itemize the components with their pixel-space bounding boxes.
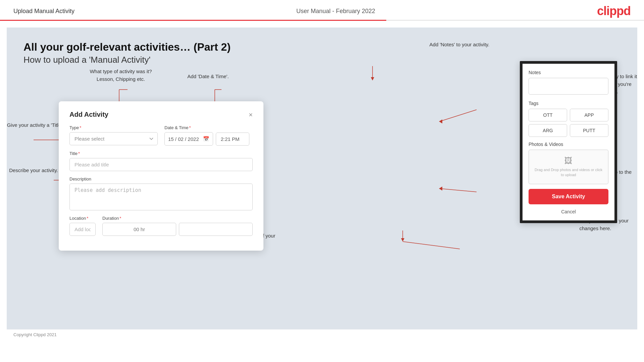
location-duration-row: Location* Duration* — [69, 216, 253, 236]
tag-app[interactable]: APP — [570, 109, 608, 121]
annotation-title: Give your activity a 'Title'. — [7, 121, 64, 129]
svg-line-21 — [440, 189, 477, 192]
notes-section-label: Notes — [529, 70, 608, 75]
cancel-button[interactable]: Cancel — [529, 208, 608, 216]
modal-close-button[interactable]: × — [249, 111, 253, 118]
save-activity-button[interactable]: Save Activity — [529, 189, 608, 204]
date-input[interactable]: 15 / 02 / 2022 📅 — [164, 132, 213, 146]
svg-marker-20 — [439, 119, 442, 123]
copyright-text: Copyright Clippd 2021 — [13, 332, 57, 337]
duration-inputs — [102, 223, 253, 236]
annotation-date: Add 'Date & Time'. — [175, 73, 242, 81]
type-label: Type* — [69, 125, 158, 130]
title-group: Title* — [69, 151, 253, 171]
photos-section-label: Photos & Videos — [529, 142, 608, 147]
add-activity-modal: Add Activity × Type* Please select Date … — [59, 101, 263, 251]
tag-arg[interactable]: ARG — [529, 124, 567, 137]
location-label: Location* — [69, 216, 96, 221]
time-input[interactable]: 2:21 PM — [216, 133, 249, 146]
type-date-row: Type* Please select Date & Time* 15 / 02… — [69, 125, 253, 146]
top-bar: Upload Manual Activity User Manual - Feb… — [0, 0, 644, 21]
description-textarea[interactable] — [69, 184, 253, 210]
modal-header: Add Activity × — [69, 111, 253, 118]
tags-grid: OTT APP ARG PUTT — [529, 109, 608, 137]
type-select[interactable]: Please select — [69, 132, 158, 145]
annotation-notes: Add 'Notes' to your activity. — [426, 41, 493, 49]
date-label: Date & Time* — [164, 125, 253, 130]
modal-title: Add Activity — [69, 111, 108, 118]
calendar-icon[interactable]: 📅 — [203, 136, 209, 142]
location-group: Location* — [69, 216, 96, 236]
annotation-type: What type of activity was it? Lesson, Ch… — [84, 68, 158, 83]
location-input[interactable] — [69, 223, 96, 236]
annotation-description: Describe your activity. — [7, 167, 60, 174]
description-label: Description — [69, 176, 253, 182]
duration-hours-input[interactable] — [102, 223, 176, 236]
title-label: Title* — [69, 151, 253, 156]
page-title-header: Upload Manual Activity — [13, 8, 75, 15]
duration-label: Duration* — [102, 216, 253, 221]
svg-marker-18 — [371, 77, 374, 81]
mobile-panel: Notes Tags OTT APP ARG PUTT Photos & Vid… — [520, 61, 617, 223]
duration-minutes-input[interactable] — [179, 223, 253, 236]
svg-marker-22 — [439, 187, 442, 191]
svg-marker-24 — [401, 238, 404, 242]
footer: Copyright Clippd 2021 — [0, 329, 644, 340]
photos-upload-box[interactable]: 🖼 Drag and Drop photos and videos or cli… — [529, 150, 608, 184]
logo: clippd — [597, 4, 631, 18]
main-content: All your golf-relevant activities… (Part… — [7, 28, 637, 329]
svg-line-19 — [440, 110, 477, 121]
manual-title: User Manual - February 2022 — [296, 8, 375, 15]
tags-section-label: Tags — [529, 101, 608, 106]
type-group: Type* Please select — [69, 125, 158, 146]
tag-putt[interactable]: PUTT — [570, 124, 608, 137]
notes-textarea[interactable] — [529, 78, 608, 95]
date-time-group: Date & Time* 15 / 02 / 2022 📅 2:21 PM — [164, 125, 253, 146]
upload-icon: 🖼 — [564, 156, 573, 165]
section-title: All your golf-relevant activities… (Part… — [23, 41, 621, 53]
description-group: Description — [69, 176, 253, 210]
tag-ott[interactable]: OTT — [529, 109, 567, 121]
title-input[interactable] — [69, 158, 253, 171]
svg-line-25 — [403, 242, 460, 249]
panel-inner: Notes Tags OTT APP ARG PUTT Photos & Vid… — [523, 64, 614, 220]
duration-group: Duration* — [102, 216, 253, 236]
photos-upload-text: Drag and Drop photos and videos or click… — [533, 167, 604, 178]
date-time-inputs: 15 / 02 / 2022 📅 2:21 PM — [164, 132, 253, 146]
